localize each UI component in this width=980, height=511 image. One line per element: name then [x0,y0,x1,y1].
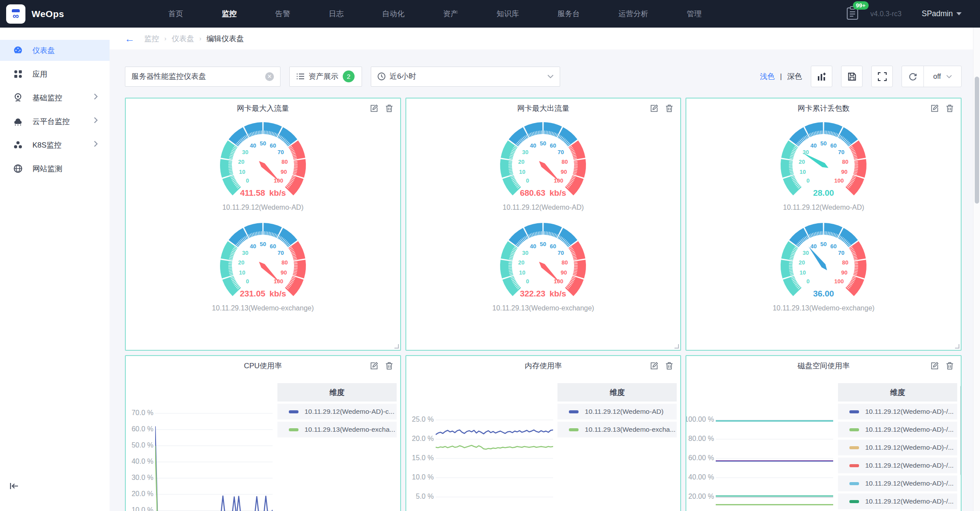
svg-text:40: 40 [530,142,536,149]
legend-item-5[interactable]: 10.11.29.12(Wedemo-AD)-/... [838,493,957,509]
save-button[interactable] [841,66,863,87]
gauge-value: 411.58 kb/s [240,188,286,197]
sidebar-item-1[interactable]: 应用 [0,63,110,85]
line-plot [716,407,833,511]
legend-item-0[interactable]: 10.11.29.12(Wedemo-AD) [557,404,677,419]
legend-item-2[interactable]: 10.11.29.12(Wedemo-AD)-/... [838,440,957,455]
breadcrumb-monitor[interactable]: 监控 [144,34,159,44]
theme-dark-link[interactable]: 深色 [787,71,802,81]
y-axis-label: 70.0 % [131,409,153,417]
svg-text:70: 70 [838,250,844,256]
edit-card-button[interactable] [650,104,658,113]
nav-item-5[interactable]: 资产 [424,0,477,28]
breadcrumb-separator: › [199,35,202,42]
plot-area [716,381,834,511]
svg-text:70: 70 [558,250,564,256]
legend-scrollbar-thumb[interactable] [960,385,962,476]
edit-card-button[interactable] [370,362,378,370]
y-axis-label: 20.0 % [131,490,153,498]
add-chart-button[interactable] [811,66,832,87]
svg-text:20: 20 [238,159,244,165]
gauge-dial: 0102030405060708090100680.63 kb/s [484,120,602,203]
asset-display-button[interactable]: 资产展示 2 [289,67,362,87]
svg-text:70: 70 [838,149,844,155]
delete-card-button[interactable] [946,362,954,370]
y-axis-label: 60.00 % [689,454,714,462]
y-axis-label: 10.0 % [131,506,153,511]
line-card-body: 25.0 %20.0 %15.0 %10.0 %5.0 %维度10.11.29.… [406,375,681,511]
nav-item-8[interactable]: 运营分析 [599,0,668,28]
nav-item-7[interactable]: 服务台 [538,0,599,28]
card-header: 内存使用率 [406,356,681,375]
y-axis-label: 100.00 % [685,416,714,423]
breadcrumb: ← 监控 › 仪表盘 › 编辑仪表盘 [110,28,973,49]
delete-card-button[interactable] [946,104,954,113]
fullscreen-button[interactable] [871,66,893,87]
gauge-needle [539,262,561,283]
svg-text:40: 40 [250,243,256,250]
sidebar-item-3[interactable]: 云平台监控 [0,111,110,132]
svg-text:50: 50 [260,140,266,147]
sidebar-menu: 仪表盘应用基础监控云平台监控K8S监控网站监测 [0,28,110,179]
back-arrow-icon[interactable]: ← [124,34,135,44]
sidebar-item-2[interactable]: 基础监控 [0,87,110,108]
time-range-select[interactable]: 近6小时 [371,67,560,87]
nav-item-3[interactable]: 日志 [309,0,363,28]
y-axis-label: 20.00 % [689,493,714,500]
legend-item-0[interactable]: 10.11.29.12(Wedemo-AD)-c... [277,404,397,419]
svg-text:10: 10 [239,169,245,175]
notifications-button[interactable]: 99+ [846,6,859,22]
card-resize-handle[interactable] [675,344,679,349]
nav-item-0[interactable]: 首页 [149,0,202,28]
gauge-1: 010203040506070809010036.0010.11.29.13(W… [764,221,883,312]
svg-text:0: 0 [246,278,249,285]
delete-card-button[interactable] [665,362,673,370]
gauge-card-body: 0102030405060708090100411.58 kb/s10.11.2… [126,118,400,312]
user-menu[interactable]: SPadmin [922,9,962,18]
legend-item-1[interactable]: 10.11.29.13(Wedemo-excha... [557,422,677,437]
delete-card-button[interactable] [665,104,673,113]
refresh-interval-select[interactable]: off [923,66,961,87]
card-resize-handle[interactable] [955,344,959,349]
edit-card-button[interactable] [930,104,939,113]
legend-item-3[interactable]: 10.11.29.12(Wedemo-AD)-/... [838,458,957,473]
card-title: CPU使用率 [244,361,282,371]
sidebar-collapse-button[interactable] [10,482,19,492]
theme-light-link[interactable]: 浅色 [760,71,775,81]
clear-input-icon[interactable]: ✕ [265,72,274,81]
delete-card-button[interactable] [385,362,393,370]
sidebar-item-label: K8S监控 [32,140,61,150]
delete-card-button[interactable] [385,104,393,113]
edit-card-button[interactable] [650,362,658,370]
legend-swatch [849,410,859,413]
edit-card-button[interactable] [930,362,939,370]
legend-swatch [569,428,579,431]
svg-text:50: 50 [260,241,266,247]
sidebar-item-0[interactable]: 仪表盘 [0,40,110,61]
sidebar-item-4[interactable]: K8S监控 [0,134,110,155]
refresh-button[interactable] [902,66,923,87]
page-scrollbar-thumb[interactable] [975,77,979,204]
legend-item-0[interactable]: 10.11.29.12(Wedemo-AD)-/... [838,404,957,419]
legend-item-4[interactable]: 10.11.29.12(Wedemo-AD)-/... [838,476,957,491]
svg-text:60: 60 [550,243,556,250]
sidebar-item-label: 云平台监控 [32,116,70,127]
nav-item-6[interactable]: 知识库 [477,0,538,28]
legend-item-1[interactable]: 10.11.29.12(Wedemo-AD)-/... [838,422,957,437]
svg-text:40: 40 [250,142,256,149]
nav-item-4[interactable]: 自动化 [363,0,424,28]
legend-item-1[interactable]: 10.11.29.13(Wedemo-excha... [277,422,397,437]
edit-card-button[interactable] [370,104,378,113]
chevron-down-icon [946,75,952,78]
sidebar-item-5[interactable]: 网站监测 [0,158,110,179]
nav-item-1[interactable]: 监控 [202,0,256,28]
card-resize-handle[interactable] [394,344,399,349]
chevron-right-icon [94,141,98,149]
nav-item-2[interactable]: 告警 [256,0,309,28]
brand[interactable]: ∞ WeOps [0,4,112,24]
gauge-needle [259,262,281,283]
nav-item-9[interactable]: 管理 [668,0,721,28]
dashboard-name-input[interactable]: 服务器性能监控仪表盘 ✕ [125,67,281,87]
breadcrumb-dashboard[interactable]: 仪表盘 [172,34,194,44]
gauge-1: 0102030405060708090100231.05 kb/s10.11.2… [204,221,322,312]
